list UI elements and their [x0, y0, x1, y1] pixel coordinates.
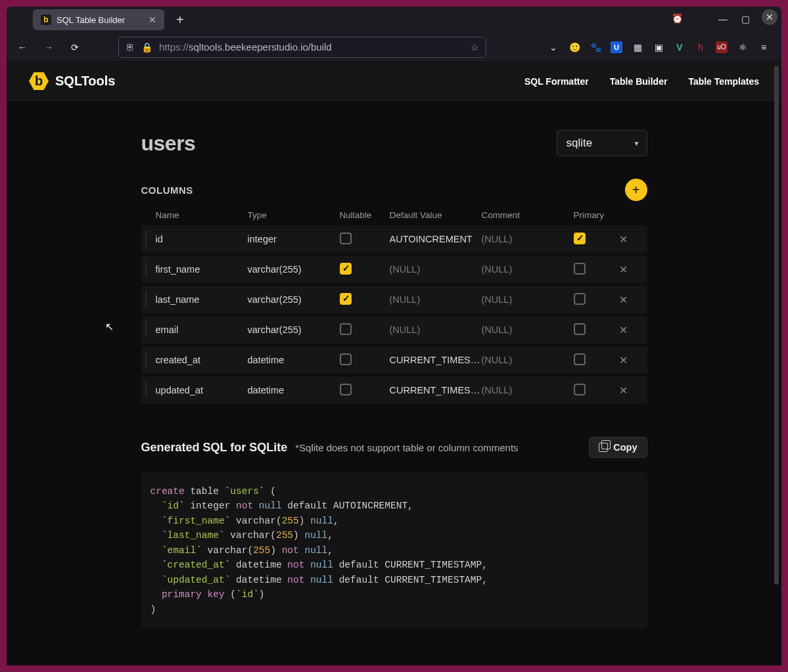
- column-type-input[interactable]: datetime: [248, 385, 340, 395]
- window-close-icon[interactable]: ✕: [762, 9, 777, 25]
- remove-column-button[interactable]: ✕: [611, 263, 637, 276]
- pocket-icon[interactable]: ⌄: [547, 41, 559, 53]
- nullable-checkbox[interactable]: [340, 293, 352, 305]
- header-comment: Comment: [482, 210, 574, 220]
- header-default: Default Value: [390, 210, 482, 220]
- vue-icon[interactable]: V: [674, 41, 685, 53]
- copy-icon: [599, 443, 608, 452]
- primary-checkbox[interactable]: [574, 353, 586, 365]
- remove-column-button[interactable]: ✕: [611, 233, 637, 246]
- scrollbar[interactable]: [774, 62, 780, 665]
- ext-icon[interactable]: h: [695, 41, 707, 53]
- close-icon[interactable]: ✕: [149, 14, 156, 25]
- dialect-select[interactable]: sqlite ▼: [557, 130, 647, 156]
- reload-icon[interactable]: ⟳: [66, 38, 84, 56]
- alarm-icon[interactable]: ⏰: [672, 13, 683, 24]
- primary-checkbox[interactable]: [574, 384, 586, 395]
- column-row: updated_atdatetimeCURRENT_TIMES…(NULL)✕: [141, 376, 647, 404]
- browser-tab[interactable]: b SQL Table Builder ✕: [33, 9, 164, 30]
- generated-sql-code[interactable]: create table `users` ( `id` integer not …: [141, 472, 647, 629]
- comment-input[interactable]: (NULL): [482, 234, 574, 244]
- remove-column-button[interactable]: ✕: [611, 354, 637, 367]
- drag-handle-icon[interactable]: [144, 231, 148, 247]
- cursor-icon: ↖: [105, 321, 114, 333]
- nav-sql-formatter[interactable]: SQL Formatter: [524, 76, 589, 87]
- new-tab-button[interactable]: +: [176, 12, 184, 28]
- remove-column-button[interactable]: ✕: [611, 294, 637, 306]
- minimize-icon[interactable]: —: [713, 9, 733, 29]
- nullable-checkbox[interactable]: [340, 233, 352, 244]
- gnome-icon[interactable]: 🐾: [590, 41, 601, 53]
- picture-icon[interactable]: ▣: [653, 41, 664, 53]
- nav-table-builder[interactable]: Table Builder: [610, 76, 668, 87]
- back-icon[interactable]: ←: [13, 38, 32, 56]
- app-header: b SQLTools SQL Formatter Table Builder T…: [7, 62, 781, 101]
- copy-label: Copy: [613, 442, 637, 453]
- bookmark-icon[interactable]: ☆: [471, 42, 479, 53]
- column-row: emailvarchar(255)(NULL)(NULL)✕: [141, 316, 647, 344]
- column-name-input[interactable]: id: [156, 234, 248, 244]
- nullable-checkbox[interactable]: [340, 353, 352, 365]
- primary-checkbox[interactable]: [574, 263, 586, 275]
- primary-checkbox[interactable]: [574, 233, 586, 244]
- drag-handle-icon[interactable]: [144, 382, 148, 398]
- column-type-input[interactable]: varchar(255): [248, 294, 340, 305]
- drag-handle-icon[interactable]: [144, 261, 148, 277]
- primary-checkbox[interactable]: [574, 323, 586, 335]
- maximize-icon[interactable]: ▢: [735, 9, 755, 29]
- chevron-down-icon: ▼: [634, 140, 640, 147]
- generated-sql-note: *Sqlite does not support table or column…: [295, 442, 518, 453]
- column-name-input[interactable]: first_name: [156, 264, 248, 275]
- remove-column-button[interactable]: ✕: [611, 384, 637, 397]
- column-type-input[interactable]: varchar(255): [248, 264, 340, 275]
- comment-input[interactable]: (NULL): [482, 355, 574, 365]
- grid-icon[interactable]: ▦: [632, 41, 643, 53]
- comment-input[interactable]: (NULL): [482, 294, 574, 305]
- column-type-input[interactable]: datetime: [248, 355, 340, 365]
- column-name-input[interactable]: email: [156, 325, 248, 335]
- default-value-input[interactable]: AUTOINCREMENT: [390, 234, 482, 244]
- comment-input[interactable]: (NULL): [482, 385, 574, 395]
- nav-table-templates[interactable]: Table Templates: [688, 76, 759, 87]
- default-value-input[interactable]: (NULL): [390, 264, 482, 275]
- avatar-icon[interactable]: 🙂: [568, 41, 580, 53]
- generated-sql-title: Generated SQL for SQLite: [141, 441, 288, 455]
- column-type-input[interactable]: varchar(255): [248, 325, 340, 335]
- header-type: Type: [248, 210, 340, 220]
- nullable-checkbox[interactable]: [340, 384, 352, 395]
- shield-icon[interactable]: ⛨: [126, 42, 135, 53]
- add-column-button[interactable]: +: [625, 179, 647, 201]
- column-name-input[interactable]: updated_at: [156, 385, 248, 395]
- forward-icon: →: [39, 38, 58, 56]
- browser-tabbar: b SQL Table Builder ✕ + ⏰ — ▢ ✕: [7, 7, 781, 33]
- ublock-icon[interactable]: uO: [716, 41, 728, 53]
- table-name-input[interactable]: users: [141, 131, 196, 156]
- default-value-input[interactable]: CURRENT_TIMES…: [390, 355, 482, 365]
- bitwarden-icon[interactable]: U: [611, 41, 622, 53]
- tab-favicon: b: [41, 14, 51, 25]
- tab-title: SQL Table Builder: [57, 15, 125, 25]
- primary-checkbox[interactable]: [574, 293, 586, 305]
- column-type-input[interactable]: integer: [248, 234, 340, 244]
- column-name-input[interactable]: last_name: [156, 294, 248, 305]
- nullable-checkbox[interactable]: [340, 323, 352, 335]
- default-value-input[interactable]: (NULL): [390, 325, 482, 335]
- drag-handle-icon[interactable]: [144, 292, 148, 307]
- drag-handle-icon[interactable]: [144, 352, 148, 368]
- menu-icon[interactable]: ≡: [758, 41, 770, 53]
- default-value-input[interactable]: (NULL): [390, 294, 482, 305]
- copy-button[interactable]: Copy: [589, 437, 647, 458]
- brand-name: SQLTools: [55, 74, 115, 89]
- lock-icon[interactable]: 🔒: [141, 42, 152, 53]
- comment-input[interactable]: (NULL): [482, 264, 574, 275]
- column-row: idintegerAUTOINCREMENT(NULL)✕: [141, 225, 647, 253]
- nullable-checkbox[interactable]: [340, 263, 352, 275]
- remove-column-button[interactable]: ✕: [611, 324, 637, 336]
- default-value-input[interactable]: CURRENT_TIMES…: [390, 385, 482, 395]
- drag-handle-icon[interactable]: [144, 322, 148, 338]
- logo-icon: b: [29, 72, 49, 91]
- column-name-input[interactable]: created_at: [156, 355, 248, 365]
- comment-input[interactable]: (NULL): [482, 325, 574, 335]
- url-input[interactable]: ⛨ 🔒 https://sqltools.beekeeperstudio.io/…: [118, 37, 486, 58]
- devtools-icon[interactable]: ⚛: [737, 41, 749, 53]
